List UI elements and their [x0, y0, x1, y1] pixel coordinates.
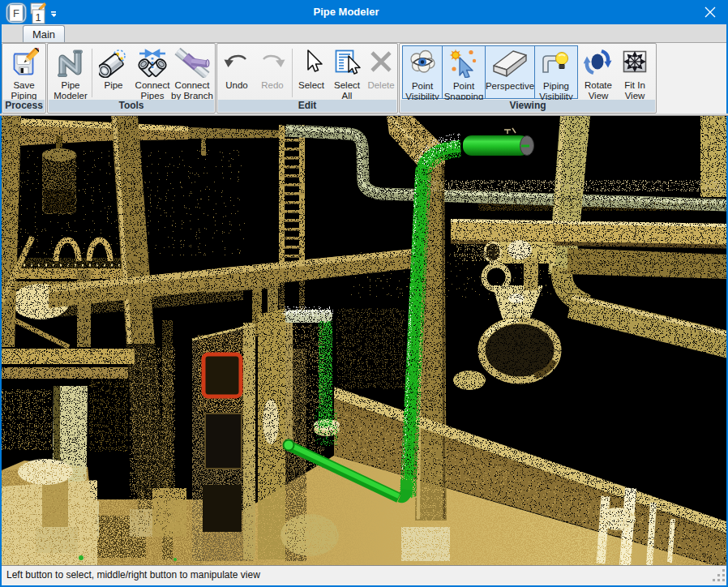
svg-text:F: F [13, 7, 19, 19]
svg-text:1: 1 [35, 11, 41, 24]
